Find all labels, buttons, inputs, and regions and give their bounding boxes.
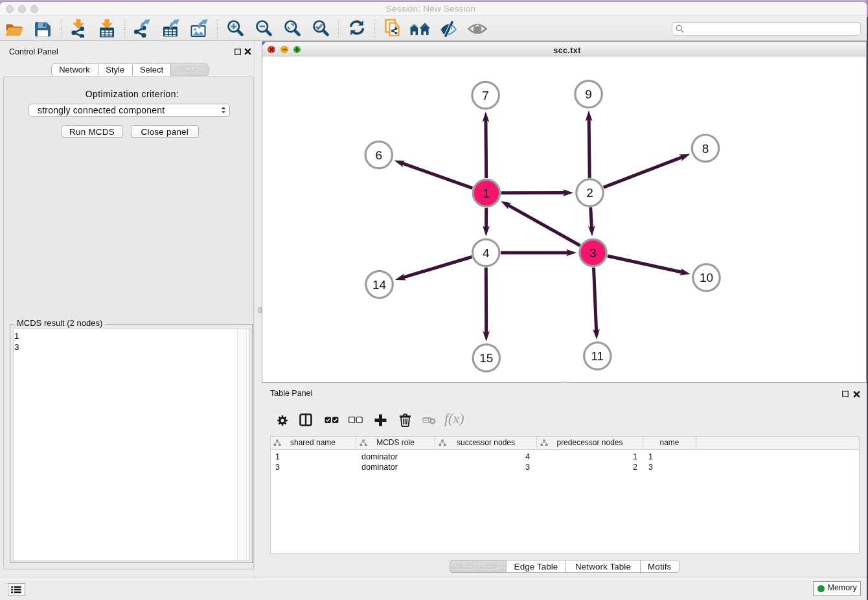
svg-text:9: 9 xyxy=(585,87,592,101)
svg-text:10: 10 xyxy=(700,271,713,284)
svg-text:1: 1 xyxy=(483,186,490,200)
svg-text:6: 6 xyxy=(375,148,382,161)
svg-text:4: 4 xyxy=(483,246,490,259)
svg-text:11: 11 xyxy=(591,349,604,363)
svg-text:8: 8 xyxy=(702,141,709,155)
svg-text:3: 3 xyxy=(589,246,597,260)
svg-text:14: 14 xyxy=(372,277,387,291)
svg-text:2: 2 xyxy=(586,186,593,200)
svg-text:15: 15 xyxy=(479,351,493,365)
svg-text:7: 7 xyxy=(482,88,489,102)
